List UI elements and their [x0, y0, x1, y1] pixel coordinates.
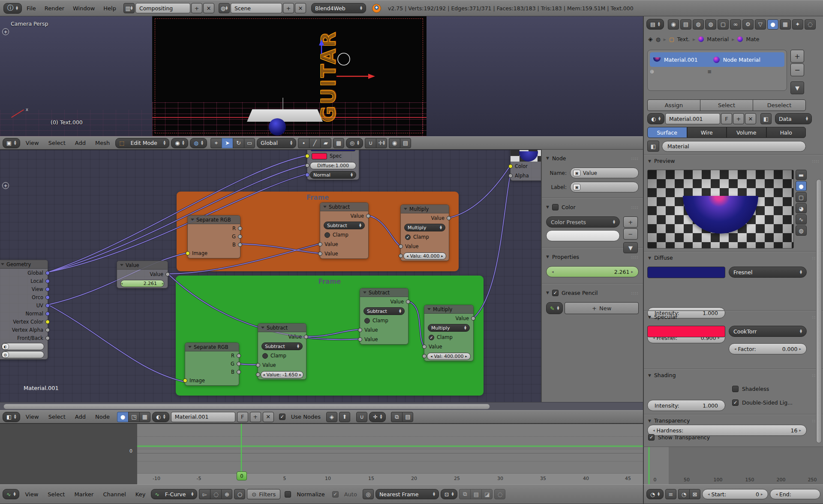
tab-volume[interactable]: Volume	[727, 127, 766, 138]
socket-value-in2[interactable]	[318, 252, 322, 256]
snap-element-icon[interactable]: ✛	[376, 138, 387, 148]
node-header[interactable]: Geometry	[0, 260, 48, 269]
socket-r[interactable]	[238, 226, 242, 231]
screen-layout-icon[interactable]: ▥	[123, 3, 135, 13]
node-header[interactable]: Value	[117, 261, 168, 270]
render-opengl-icon[interactable]: ◉	[389, 138, 400, 148]
pin-icon[interactable]: ◈	[648, 36, 653, 42]
scene-icon[interactable]: ◍	[219, 3, 230, 13]
node-separate-rgb-green[interactable]: Separate RGB R G B Image	[185, 342, 239, 386]
face-select-icon[interactable]: ▰	[320, 138, 331, 148]
new-grease-pencil-button[interactable]: +New	[565, 302, 639, 314]
vp-menu-view[interactable]: View	[22, 140, 43, 146]
tab-object-icon[interactable]: ▢	[718, 19, 729, 30]
tab-modifiers-icon[interactable]: ⚙	[742, 19, 754, 30]
color-section-header[interactable]: Color	[542, 202, 643, 212]
scrollbar-thumb[interactable]	[3, 404, 490, 409]
diffuse-section-header[interactable]: Diffuse	[644, 255, 823, 261]
shading-section-header[interactable]: Shading	[644, 372, 823, 378]
socket-g[interactable]	[237, 362, 241, 366]
socket-g[interactable]	[238, 234, 242, 239]
ghost-curves-icon[interactable]: ◌	[210, 489, 221, 499]
add-material-button[interactable]: +	[250, 412, 261, 422]
grease-pencil-icon[interactable]: ✎	[546, 302, 563, 314]
slot-specials-button[interactable]: ▼	[790, 81, 804, 94]
node-header[interactable]: Separate RGB	[188, 216, 240, 224]
socket-value-out[interactable]	[406, 300, 410, 304]
value-number-field[interactable]: ◂Val: 400.000▸	[427, 353, 471, 360]
socket-value-in2[interactable]	[422, 354, 427, 358]
active-node-material-field[interactable]: Material	[662, 141, 806, 152]
vertex-select-icon[interactable]: ∙	[298, 138, 309, 148]
tab-surface[interactable]: Surface	[647, 127, 687, 138]
shadeless-checkbox[interactable]	[732, 386, 739, 392]
viewport-shading-dropdown[interactable]: ◉	[171, 138, 188, 148]
select-button[interactable]: Select	[700, 99, 753, 111]
playback-time-icon[interactable]: ◔	[678, 489, 689, 499]
fcurve-line[interactable]	[137, 446, 643, 447]
deselect-button[interactable]: Deselect	[753, 99, 806, 111]
socket-value-in1[interactable]	[256, 363, 260, 367]
diffuse-factor-field[interactable]: ◂Factor:0.000▸	[729, 343, 807, 354]
add-override-icon[interactable]: ⊕	[650, 69, 654, 75]
tab-data-icon[interactable]: ▽	[755, 19, 766, 30]
clamp-checkbox[interactable]	[429, 335, 434, 340]
frame-snap-dropdown[interactable]: Nearest Frame	[375, 489, 439, 499]
tab-render-icon[interactable]: ◉	[668, 19, 679, 30]
tab-physics-icon[interactable]: ◌	[805, 19, 816, 30]
tab-material-icon[interactable]: ●	[767, 19, 778, 30]
node-header[interactable]: Multiply	[424, 305, 473, 314]
node-header[interactable]: Multiply	[401, 205, 449, 213]
zoom-tool-icon[interactable]: ○	[234, 489, 245, 499]
3d-viewport[interactable]: GUITAR Camera Persp (0) Text.000 x +	[0, 16, 643, 136]
graph-mode-dropdown[interactable]: ∿F-Curve	[151, 489, 197, 499]
socket-normal[interactable]	[305, 173, 309, 177]
socket-local[interactable]	[45, 279, 50, 283]
camera-view[interactable]: GUITAR	[152, 16, 427, 136]
tab-scene-icon[interactable]: ◍	[693, 19, 704, 30]
add-scene-button[interactable]: +	[283, 3, 294, 13]
sphere-object[interactable]	[269, 118, 286, 135]
operation-dropdown[interactable]: Multiply	[404, 224, 445, 231]
add-slot-button[interactable]: +	[790, 50, 804, 63]
node-multiply-orange[interactable]: Multiply Value Multiply Clamp Value ◂Val…	[400, 204, 449, 261]
orientation-dropdown[interactable]: Global	[257, 138, 296, 148]
normal-dropdown[interactable]: Normal	[310, 171, 356, 179]
transparency-section-header[interactable]: Transparency	[644, 417, 823, 424]
ne-menu-add[interactable]: Add	[71, 414, 90, 420]
normalize-tool-icon[interactable]: ⊕	[221, 489, 232, 499]
texture-nodes-icon[interactable]: ▦	[139, 412, 150, 422]
copy-nodes-icon[interactable]: ⧉	[391, 412, 402, 422]
remove-slot-button[interactable]: −	[790, 63, 804, 76]
fake-user-button[interactable]: F	[721, 113, 732, 124]
tab-wire[interactable]: Wire	[687, 127, 727, 138]
socket-frontback[interactable]	[45, 336, 50, 340]
screen-layout-field[interactable]: Compositing	[135, 3, 190, 13]
occlude-geometry-icon[interactable]: ▩	[333, 138, 344, 148]
compositing-nodes-icon[interactable]: ◳	[128, 412, 139, 422]
vertex-color-selector[interactable]: ◍	[1, 351, 44, 358]
fake-user-button[interactable]: F	[237, 412, 248, 422]
paste-nodes-icon[interactable]: ▤	[402, 412, 413, 422]
node-value-slider[interactable]: ◂2.261▸	[546, 266, 639, 277]
edge-select-icon[interactable]: ╱	[309, 138, 320, 148]
paste-keyframes-icon[interactable]: ▤	[470, 489, 481, 499]
editor-type-graph-icon[interactable]: ∿	[3, 489, 19, 499]
socket-b[interactable]	[238, 243, 242, 247]
vp-menu-select[interactable]: Select	[45, 140, 69, 146]
spec-color-swatch[interactable]	[312, 153, 327, 159]
manipulator-rotate-icon[interactable]: ↻	[233, 138, 244, 148]
properties-scrollbar[interactable]	[816, 179, 822, 443]
preview-monkey-icon[interactable]: ◕	[796, 203, 807, 213]
paste-flipped-icon[interactable]: ◪	[481, 489, 493, 499]
mode-dropdown[interactable]: ⬚Edit Mode	[115, 138, 169, 148]
color-checkbox[interactable]	[552, 204, 559, 210]
manipulator-scale-icon[interactable]: ▭	[244, 138, 255, 148]
socket-color[interactable]	[508, 164, 513, 168]
socket-value-out[interactable]	[165, 272, 170, 276]
node-geometry[interactable]: Geometry Global Local View Orco UV Norma…	[0, 260, 48, 360]
gr-menu-key[interactable]: Key	[132, 491, 150, 498]
socket-value-out[interactable]	[304, 335, 308, 339]
show-transparency-checkbox[interactable]	[648, 434, 655, 441]
pivot-point-dropdown[interactable]: ⊡	[441, 489, 457, 499]
